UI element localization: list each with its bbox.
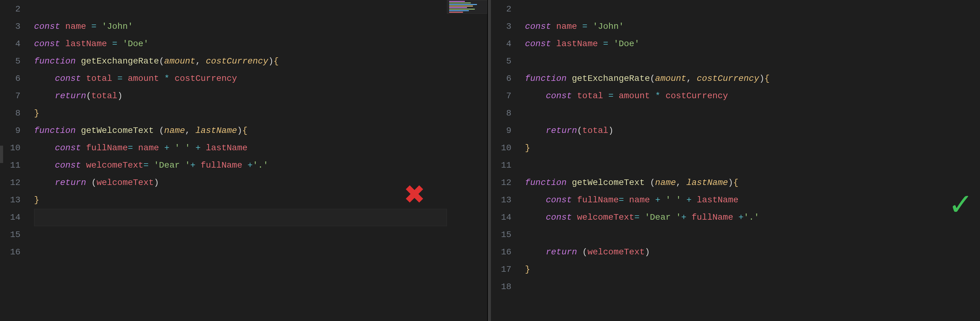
- code-line[interactable]: 11: [491, 157, 980, 174]
- code-line[interactable]: 15: [0, 226, 487, 244]
- line-number: 5: [491, 53, 525, 70]
- token-brk: {: [274, 56, 279, 66]
- line-content[interactable]: }: [34, 105, 487, 122]
- code-line[interactable]: 5: [491, 53, 980, 70]
- line-number: 6: [0, 70, 34, 87]
- line-number: 18: [491, 278, 525, 295]
- code-line[interactable]: 3const name = 'John': [0, 18, 487, 35]
- token-pun: [123, 74, 128, 83]
- token-param: amount: [164, 56, 196, 66]
- code-line[interactable]: 6function getExchangeRate(amount, costCu…: [491, 70, 980, 87]
- line-content[interactable]: }: [525, 139, 980, 157]
- scroll-sync-marker: [0, 145, 3, 163]
- token-var: total: [91, 91, 118, 101]
- token-kw: return: [546, 247, 577, 257]
- code-area-left[interactable]: 23const name = 'John'4const lastName = '…: [0, 0, 487, 261]
- code-line[interactable]: 2: [491, 1, 980, 18]
- code-line[interactable]: 8}: [0, 105, 487, 122]
- code-line[interactable]: 5function getExchangeRate(amount, costCu…: [0, 53, 487, 70]
- token-pun: [681, 195, 686, 205]
- code-line[interactable]: 14 const welcomeText= 'Dear '+ fullName …: [491, 209, 980, 226]
- line-content[interactable]: const lastName = 'Doe': [525, 35, 980, 53]
- line-content[interactable]: return(total): [34, 87, 487, 105]
- token-str: 'Doe': [614, 39, 640, 49]
- line-number: 4: [491, 35, 525, 53]
- code-line[interactable]: 12function getWelcomeText (name, lastNam…: [491, 174, 980, 192]
- token-pun: [190, 143, 196, 153]
- code-line[interactable]: 6 const total = amount * costCurrency: [0, 70, 487, 87]
- code-line[interactable]: 7 const total = amount * costCurrency: [491, 87, 980, 105]
- line-content[interactable]: const welcomeText= 'Dear '+ fullName +'.…: [34, 157, 487, 174]
- code-line[interactable]: 3const name = 'John': [491, 18, 980, 35]
- code-line[interactable]: 2: [0, 1, 487, 18]
- line-content[interactable]: function getExchangeRate(amount, costCur…: [525, 70, 980, 87]
- editor-pane-left[interactable]: 23const name = 'John'4const lastName = '…: [0, 0, 488, 321]
- token-str: '.': [253, 161, 268, 170]
- token-var: name: [138, 143, 159, 153]
- line-number: 3: [0, 18, 34, 35]
- line-content[interactable]: const total = amount * costCurrency: [525, 87, 980, 105]
- code-line[interactable]: 15: [491, 226, 980, 244]
- code-line[interactable]: 10 const fullName= name + ' ' + lastName: [0, 139, 487, 157]
- code-line[interactable]: 11 const welcomeText= 'Dear '+ fullName …: [0, 157, 487, 174]
- line-content[interactable]: return(total): [525, 122, 980, 139]
- token-op: *: [655, 91, 660, 101]
- token-op: =: [603, 39, 608, 49]
- line-content[interactable]: const fullName= name + ' ' + lastName: [525, 192, 980, 209]
- token-pun: [107, 39, 112, 49]
- token-pun: [81, 161, 86, 170]
- code-line[interactable]: 18: [491, 278, 980, 295]
- token-pun: [86, 22, 91, 31]
- code-line[interactable]: 7 return(total): [0, 87, 487, 105]
- code-line[interactable]: 13 const fullName= name + ' ' + lastName: [491, 192, 980, 209]
- line-number: 14: [491, 209, 525, 226]
- code-line[interactable]: 9function getWelcomeText (name, lastName…: [0, 122, 487, 139]
- code-line[interactable]: 4const lastName = 'Doe': [0, 35, 487, 53]
- line-content[interactable]: const welcomeText= 'Dear '+ fullName +'.…: [525, 209, 980, 226]
- token-kw: const: [34, 22, 60, 31]
- token-var: name: [65, 22, 86, 31]
- token-var: total: [582, 126, 608, 136]
- code-line[interactable]: 8: [491, 105, 980, 122]
- token-param: name: [164, 126, 185, 136]
- code-line[interactable]: 4const lastName = 'Doe': [491, 35, 980, 53]
- token-pun: [692, 195, 697, 205]
- token-var: welcomeText: [97, 178, 154, 187]
- line-number: 12: [491, 174, 525, 192]
- editor-pane-right[interactable]: 23const name = 'John'4const lastName = '…: [491, 0, 980, 321]
- token-op: =: [634, 212, 640, 222]
- token-str: 'John': [592, 22, 624, 31]
- line-content[interactable]: const fullName= name + ' ' + lastName: [34, 139, 487, 157]
- line-content[interactable]: const name = 'John': [525, 18, 980, 35]
- line-content[interactable]: const lastName = 'Doe': [34, 35, 487, 53]
- line-content[interactable]: return (welcomeText): [525, 244, 980, 261]
- code-line[interactable]: 9 return(total): [491, 122, 980, 139]
- token-kw: const: [55, 143, 81, 153]
- token-var: amount: [128, 74, 159, 83]
- line-content[interactable]: const total = amount * costCurrency: [34, 70, 487, 87]
- line-content[interactable]: function getWelcomeText (name, lastName)…: [525, 174, 980, 192]
- token-brk: }: [525, 265, 530, 274]
- code-area-right[interactable]: 23const name = 'John'4const lastName = '…: [491, 0, 980, 295]
- code-line[interactable]: 16 return (welcomeText): [491, 244, 980, 261]
- code-line[interactable]: 16: [0, 244, 487, 261]
- line-number: 2: [0, 1, 34, 18]
- pane-splitter[interactable]: [488, 0, 491, 321]
- token-var: name: [556, 22, 577, 31]
- token-pun: ): [645, 247, 650, 257]
- code-line[interactable]: 17}: [491, 261, 980, 278]
- token-pun: [598, 39, 603, 49]
- token-param: costCurrency: [206, 56, 269, 66]
- line-content[interactable]: const name = 'John': [34, 18, 487, 35]
- token-pun: (: [86, 91, 91, 101]
- code-line[interactable]: 10}: [491, 139, 980, 157]
- line-number: 8: [491, 105, 525, 122]
- token-pun: (: [159, 56, 164, 66]
- token-str: 'Doe': [123, 39, 149, 49]
- token-kw: return: [546, 126, 577, 136]
- token-pun: [572, 212, 577, 222]
- token-pun: [660, 195, 666, 205]
- line-content[interactable]: function getWelcomeText (name, lastName)…: [34, 122, 487, 139]
- line-content[interactable]: function getExchangeRate(amount, costCur…: [34, 53, 487, 70]
- line-content[interactable]: }: [525, 261, 980, 278]
